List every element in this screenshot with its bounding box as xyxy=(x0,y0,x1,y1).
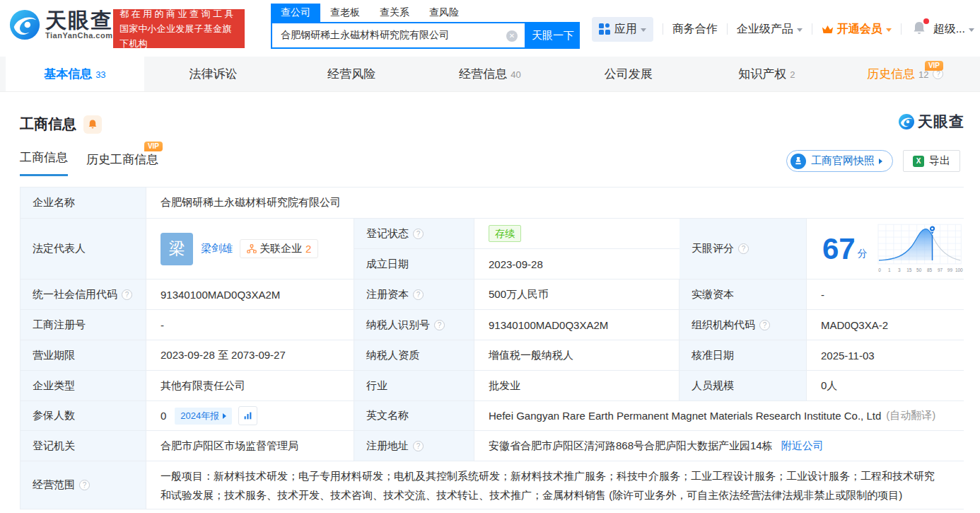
nav-enterprise-products[interactable]: 企业级产品 xyxy=(737,22,803,37)
slogan-line2: 国家中小企业发展子基金旗下机构 xyxy=(119,21,238,51)
tab-intellectual-property[interactable]: 知识产权 2 xyxy=(698,57,836,91)
search-input[interactable] xyxy=(272,23,525,47)
help-icon[interactable]: ? xyxy=(79,480,90,490)
approval-date-value: 2025-11-03 xyxy=(807,340,964,370)
table-row: 参保人数 0 2024年报 xyxy=(21,401,963,431)
nav-open-vip[interactable]: 开通会员 xyxy=(822,22,892,37)
tianyancha-logo[interactable]: 天眼查 TianYanCha.com xyxy=(8,8,113,41)
english-name-label: 英文名称 xyxy=(354,401,474,430)
annual-report-badge[interactable]: 2024年报 xyxy=(175,408,232,425)
related-companies-badge[interactable]: 关联企业 2 xyxy=(240,239,318,258)
industry-label: 行业 xyxy=(354,371,474,400)
logo-domain: TianYanCha.com xyxy=(45,31,113,40)
svg-text:1: 1 xyxy=(888,267,891,272)
search-tabs: 查公司 查老板 查关系 查风险 xyxy=(271,4,580,22)
tab-history-info[interactable]: VIP 历史信息 12 ? xyxy=(836,57,974,91)
divider xyxy=(727,23,728,35)
official-snapshot-button[interactable]: 工商官网快照 xyxy=(786,150,893,172)
section-header: 工商信息 xyxy=(20,115,960,134)
approval-date-label: 核准日期 xyxy=(679,340,807,370)
status-badge: 存续 xyxy=(489,225,521,242)
legal-rep-name-link[interactable]: 梁剑雄 xyxy=(201,242,233,255)
tyc-score-cell[interactable]: 67 分 xyxy=(807,219,964,279)
chevron-down-icon xyxy=(886,28,892,32)
export-button[interactable]: X 导出 xyxy=(903,150,960,172)
nav-business-cooperation[interactable]: 商务合作 xyxy=(672,22,718,37)
help-icon[interactable]: ? xyxy=(413,229,424,239)
staff-size-value: 0人 xyxy=(807,371,964,400)
apps-label: 应用 xyxy=(614,22,637,37)
tab-legal-proceedings[interactable]: 法律诉讼 xyxy=(144,57,283,91)
notification-dot xyxy=(923,18,929,24)
vip-badge: VIP xyxy=(925,61,943,71)
divider xyxy=(901,23,902,35)
slogan-line1: 都在用的商业查询工具 xyxy=(119,6,238,21)
apps-menu[interactable]: 应用 xyxy=(592,17,653,42)
help-icon[interactable]: ? xyxy=(759,320,770,330)
search-tab-risk[interactable]: 查风险 xyxy=(419,4,469,22)
svg-text:15: 15 xyxy=(906,267,912,272)
org-structure-icon xyxy=(247,244,257,254)
tab-operating-risk[interactable]: 经营风险 xyxy=(282,57,421,91)
notification-bell-icon[interactable] xyxy=(912,21,926,38)
help-icon[interactable]: ? xyxy=(413,441,424,451)
subtab-history-business-info[interactable]: VIP 历史工商信息 xyxy=(86,151,158,176)
search-button[interactable]: 天眼一下 xyxy=(526,22,580,49)
legal-rep-label: 法定代表人 xyxy=(21,219,146,279)
svg-text:85: 85 xyxy=(927,267,933,272)
svg-text:97: 97 xyxy=(938,267,943,272)
table-row: 法定代表人 梁 梁剑雄 关联企业 2 xyxy=(21,219,963,279)
insured-count-label: 参保人数 xyxy=(21,401,146,430)
score-axis-labels: 0 1 3 15 50 85 97 99 100 xyxy=(878,267,963,272)
section-title: 工商信息 xyxy=(20,115,76,134)
crown-icon xyxy=(822,24,834,35)
search-tab-company[interactable]: 查公司 xyxy=(271,4,320,22)
help-icon[interactable]: ? xyxy=(434,320,445,330)
logo-text: 天眼查 xyxy=(45,10,113,31)
chevron-down-icon xyxy=(969,28,974,32)
business-term-label: 营业期限 xyxy=(21,340,146,370)
nearby-companies-link[interactable]: 附近公司 xyxy=(781,439,824,453)
table-row: 工商注册号 - 纳税人识别号 ? 91340100MAD0Q3XA2M 组织机构… xyxy=(21,310,963,340)
svg-text:0: 0 xyxy=(878,267,881,272)
reg-authority-value: 合肥市庐阳区市场监督管理局 xyxy=(146,431,354,461)
arrow-right-icon xyxy=(223,413,226,419)
trend-chart-button[interactable] xyxy=(238,406,257,425)
company-name-label: 企业名称 xyxy=(21,188,146,218)
taxpayer-qualification-value: 增值税一般纳税人 xyxy=(474,340,679,370)
svg-text:50: 50 xyxy=(916,267,922,272)
svg-text:100: 100 xyxy=(955,267,963,272)
nav-super-vip[interactable]: 超级... xyxy=(933,22,974,37)
insured-count-value: 0 xyxy=(161,410,166,422)
english-name-value: Hefei Gangyan Rare Earth Permanent Magne… xyxy=(489,410,881,422)
help-icon[interactable]: ? xyxy=(413,289,424,300)
taxpayer-qualification-label: 纳税人资质 xyxy=(354,340,474,370)
watermark-logo-icon xyxy=(898,113,915,130)
clear-search-icon[interactable]: ✕ xyxy=(506,30,518,42)
search-tab-boss[interactable]: 查老板 xyxy=(320,4,370,22)
watermark-text: 天眼查 xyxy=(918,112,964,132)
credit-code-value: 91340100MAD0Q3XA2M xyxy=(146,279,354,309)
chevron-down-icon xyxy=(797,28,803,32)
tab-basic-info[interactable]: 基本信息 33 xyxy=(6,57,144,91)
divider xyxy=(663,23,663,35)
subtab-business-info[interactable]: 工商信息 xyxy=(20,149,68,176)
business-info-table: 企业名称 合肥钢研稀土永磁材料研究院有限公司 法定代表人 梁 梁剑雄 xyxy=(20,187,964,509)
tianyancha-logo-icon xyxy=(8,8,41,41)
help-icon[interactable]: ? xyxy=(122,289,132,300)
legal-rep-avatar[interactable]: 梁 xyxy=(161,233,193,265)
tab-operating-info[interactable]: 经营信息 40 xyxy=(421,57,559,91)
subscribe-bell-icon[interactable] xyxy=(83,115,102,134)
search-area: 查公司 查老板 查关系 查风险 ✕ 天眼一下 xyxy=(271,4,580,49)
staff-size-label: 人员规模 xyxy=(679,371,807,400)
search-tab-relation[interactable]: 查关系 xyxy=(370,4,419,22)
bar-chart-icon xyxy=(243,411,252,420)
score-distribution-chart: 0 1 3 15 50 85 97 99 100 xyxy=(877,224,964,275)
paid-in-capital-label: 实缴资本 xyxy=(679,279,807,309)
tab-company-development[interactable]: 公司发展 xyxy=(559,57,698,91)
tyc-score-label: 天眼评分 ? xyxy=(679,219,807,279)
help-icon[interactable]: ? xyxy=(738,243,749,254)
business-term-value: 2023-09-28 至 2073-09-27 xyxy=(146,340,354,370)
establish-date-value: 2023-09-28 xyxy=(474,249,679,279)
score-value: 67 xyxy=(822,234,856,264)
